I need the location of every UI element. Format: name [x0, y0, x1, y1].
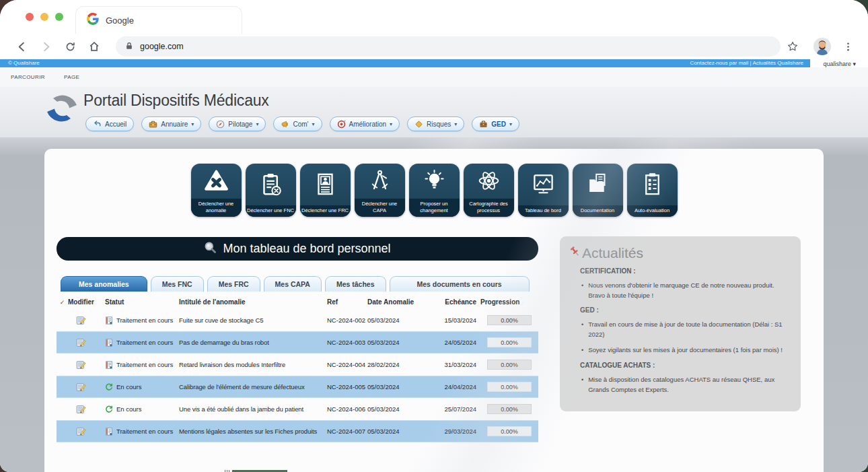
window-zoom-button[interactable]: [55, 13, 63, 21]
nav-item-ged[interactable]: GED▾: [472, 116, 519, 131]
news-body: CERTIFICATION :•Nous venons d'obtenir le…: [569, 267, 789, 395]
page-title: Portail Dispositifs Médicaux: [83, 92, 269, 110]
quick-action-label: Déclencher une FNC: [246, 205, 296, 217]
quick-action-label: Déclencher une CAPA: [355, 199, 405, 217]
nav-item-accueil[interactable]: Accueil: [85, 116, 134, 131]
quick-action-declencher-une-anomalie[interactable]: Déclencher une anomalie: [191, 164, 242, 217]
folder-doc-icon: [573, 164, 623, 205]
tab-mes-frc[interactable]: Mes FRC: [207, 276, 260, 292]
anomaly-ref: NC-2024-004: [327, 361, 367, 368]
quick-action-proposer-un-changement[interactable]: Proposer un changement: [409, 164, 460, 217]
quick-action-label: Auto-évaluation: [627, 205, 678, 217]
quick-action-declencher-une-frc[interactable]: Déclencher une FRC: [300, 164, 351, 217]
main-navigation: AccueilAnnuaire▾Pilotage▾Com'▾Améliorati…: [85, 116, 519, 131]
news-item: •Soyez vigilants sur les mises à jour do…: [581, 345, 789, 356]
back-icon[interactable]: [15, 40, 28, 53]
tab-mes-documents-en-cours[interactable]: Mes documents en cours: [390, 276, 530, 292]
google-favicon: [87, 13, 99, 28]
nav-item-label: Annuaire: [161, 121, 188, 128]
compass-icon: [216, 120, 225, 129]
window-close-button[interactable]: [26, 13, 34, 21]
anomaly-due-date: 15/03/2024: [437, 316, 480, 324]
news-item-text: Travail en cours de mise à jour de toute…: [588, 320, 789, 339]
edit-note-icon[interactable]: [68, 426, 105, 436]
site-header: Portail Dispositifs Médicaux AccueilAnnu…: [0, 87, 868, 137]
anomalies-table: ✓ Modifier Statut Intitulé de l'anomalie…: [57, 298, 538, 442]
edit-note-icon[interactable]: [68, 382, 105, 392]
clipboard-x-icon: [246, 164, 296, 205]
anomaly-title: Pas de demarrage du bras robot: [179, 339, 327, 346]
toolbox-icon: [149, 120, 157, 129]
nav-item-label: Accueil: [105, 121, 126, 128]
table-row[interactable]: Traitement en coursRetard livraison des …: [57, 353, 538, 376]
browser-tabstrip: Google: [0, 0, 868, 34]
browser-tab[interactable]: Google: [75, 6, 242, 34]
drafting-compass-icon: [355, 164, 405, 199]
quick-action-declencher-une-fnc[interactable]: Déclencher une FNC: [246, 164, 296, 217]
status-text: En cours: [116, 383, 142, 391]
nav-item-amelioration[interactable]: Amélioration▾: [330, 116, 400, 131]
quick-action-declencher-une-capa[interactable]: Déclencher une CAPA: [355, 164, 405, 217]
account-menu[interactable]: qualishare ▾: [823, 61, 856, 67]
table-row[interactable]: Traitement en coursPas de demarrage du b…: [57, 331, 538, 353]
quick-action-label: Documentation: [573, 205, 623, 217]
quick-actions-row: Déclencher une anomalieDéclencher une FN…: [44, 164, 824, 217]
tab-mes-anomalies[interactable]: Mes anomalies: [61, 276, 147, 292]
browser-toolbar: google.com: [0, 34, 868, 59]
table-row[interactable]: En coursCalibrage de l'élément de mesure…: [57, 376, 538, 398]
window-minimize-button[interactable]: [40, 13, 48, 21]
nav-item-risques[interactable]: Risques▾: [407, 116, 464, 131]
megaphone-icon: [281, 120, 289, 129]
tab-title: Google: [106, 15, 134, 26]
profile-avatar[interactable]: [813, 38, 831, 55]
quick-action-tableau-de-bord[interactable]: Tableau de bord: [518, 164, 569, 217]
bullet: •: [581, 345, 583, 356]
ribbon-tab-parcourir[interactable]: PARCOURIR: [11, 74, 45, 80]
bookmark-star-icon[interactable]: [786, 40, 799, 53]
edit-note-icon[interactable]: [68, 337, 105, 347]
chevron-down-icon: ▾: [509, 121, 512, 127]
ribbon-tab-page[interactable]: PAGE: [64, 74, 79, 80]
anomaly-date: 05/03/2024: [367, 316, 437, 324]
table-header: ✓ Modifier Statut Intitulé de l'anomalie…: [57, 298, 538, 309]
table-row[interactable]: Traitement en coursFuite sur cuve de sto…: [57, 309, 538, 331]
form-status-icon: [105, 361, 113, 369]
nav-item-label: GED: [491, 121, 506, 128]
bullet: •: [581, 320, 583, 339]
nav-item-label: Risques: [427, 121, 451, 128]
quick-action-auto-evaluation[interactable]: Auto-évaluation: [627, 164, 678, 217]
anomaly-ref: NC-2024-005: [327, 383, 367, 391]
home-icon[interactable]: [87, 40, 101, 53]
nav-item-pilotage[interactable]: Pilotage▾: [209, 116, 266, 131]
browser-menu-icon[interactable]: [841, 40, 855, 53]
quick-action-documentation[interactable]: Documentation: [573, 164, 623, 217]
id-card-icon: [300, 164, 351, 205]
table-row[interactable]: Traitement en coursMentions légales abse…: [57, 420, 538, 442]
status-text: Traitement en cours: [116, 361, 173, 368]
warning-triangle-x-icon: [191, 164, 242, 199]
edit-note-icon[interactable]: [68, 315, 105, 325]
reload-icon[interactable]: [63, 40, 77, 53]
anomaly-title: Fuite sur cuve de stockage C5: [179, 316, 327, 324]
edit-note-icon[interactable]: [68, 404, 105, 414]
briefcase-icon: [479, 120, 488, 129]
edit-note-icon[interactable]: [68, 360, 105, 370]
tab-mes-capa[interactable]: Mes CAPA: [264, 276, 322, 292]
address-bar[interactable]: google.com: [116, 36, 781, 57]
tab-mes-taches[interactable]: Mes tâches: [325, 276, 386, 292]
nav-item-com[interactable]: Com'▾: [273, 116, 322, 131]
forward-icon[interactable]: [39, 40, 52, 53]
table-row[interactable]: En coursUne vis a été oublié dans la jam…: [57, 398, 538, 420]
quick-action-label: Déclencher une anomalie: [191, 199, 242, 217]
ribbon-bar: PARCOURIRPAGE: [0, 67, 868, 87]
quick-action-cartographie-des-processus[interactable]: Cartographie des processus: [464, 164, 514, 217]
nav-item-annuaire[interactable]: Annuaire▾: [141, 116, 201, 131]
contact-links[interactable]: Contactez-nous par mail | Actualités Qua…: [690, 61, 803, 66]
quick-action-label: Proposer un changement: [409, 199, 460, 217]
tab-mes-fnc[interactable]: Mes FNC: [151, 276, 204, 292]
progress-bar: 0.00%: [487, 404, 532, 414]
column-modify: Modifier: [68, 298, 105, 306]
news-title-row: Actualités: [569, 245, 789, 261]
progress-bar: 0.00%: [487, 382, 532, 392]
target-icon: [337, 120, 346, 129]
